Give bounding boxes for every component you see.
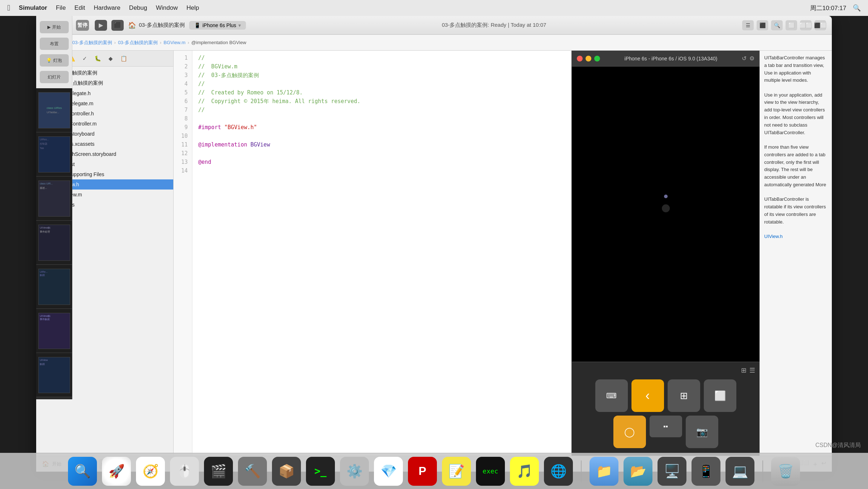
line-num-7: 7 [174, 106, 192, 114]
menu-simulator[interactable]: Simulator [19, 4, 47, 12]
sim-grid-icon[interactable]: ⊞ [741, 366, 746, 374]
dock-mouse[interactable]: 🖱️ [170, 457, 199, 486]
doc-text-4: UITabBarController is rotatable if its v… [764, 196, 827, 226]
dock-app3[interactable]: 💻 [726, 457, 754, 486]
slides-btn[interactable]: 幻灯片 [40, 71, 69, 83]
sim-btn-row-2: ◯ ▪▪ 📷 [576, 416, 755, 448]
bc-item-2[interactable]: 03-多点触摸的案例 [118, 39, 158, 46]
sim-apps-btn[interactable]: ⊞ [668, 379, 700, 412]
code-lines[interactable]: // // BGView.m // 03-多点触摸的案例 // // Creat… [192, 51, 571, 456]
layout-btn[interactable]: 布置 [40, 38, 69, 50]
layout-btn3[interactable]: ⬛⬜ [814, 20, 826, 30]
nav-breakpoint-icon[interactable]: ◆ [106, 54, 116, 63]
code-line-11: @implementation BGView [198, 140, 566, 149]
title-bar-controls: ☰ ⬛ 🔍 ⬜ ⬜⬜ ⬛⬜ [742, 20, 826, 30]
sim-home-btn[interactable]: ⬜ [704, 379, 736, 412]
start-icon: ▶ [47, 25, 51, 30]
sim-btn-row-1: ⌨ ‹ ⊞ ⬜ [576, 379, 755, 412]
stop-button[interactable]: 暂停 [76, 20, 89, 31]
thumb-2[interactable]: UIRes... 控制器 Tab [36, 132, 72, 177]
sim-rotate-icon[interactable]: ↺ [742, 55, 746, 62]
dock-app1[interactable]: 🖥️ [658, 457, 686, 486]
code-line-8 [198, 114, 566, 123]
watermark: CSDN@清风清局 [815, 442, 861, 449]
code-line-12 [198, 149, 566, 158]
menubar-time: 周二10:07:17 [810, 4, 846, 12]
layout-btn2[interactable]: ⬜⬜ [800, 20, 812, 30]
search-icon[interactable]: 🔍 [853, 4, 861, 12]
thumb-6[interactable]: UIView触 事件触发 [36, 309, 72, 353]
menu-debug[interactable]: Debug [129, 4, 147, 12]
bulb-btn[interactable]: 💡 灯泡 [40, 54, 69, 67]
simulator-controls: ⊞ ☰ ⌨ ‹ ⊞ ⬜ ◯ ▪▪ 📷 [572, 362, 760, 456]
menu-help[interactable]: Help [186, 4, 199, 12]
dock-pkg[interactable]: 📦 [272, 457, 301, 486]
sim-settings-icon[interactable]: ⚙ [749, 55, 754, 62]
doc-text-1: UITabBarController manages a tab bar and… [764, 54, 827, 84]
dock-launchpad[interactable]: 🚀 [102, 457, 131, 486]
menu-file[interactable]: File [56, 4, 65, 12]
run-button[interactable]: ▶ [95, 20, 107, 31]
menu-window[interactable]: Window [156, 4, 178, 12]
cursor-indicator [662, 204, 670, 212]
simulator-screen[interactable] [572, 67, 760, 362]
dock-sysprefs[interactable]: ⚙️ [340, 457, 369, 486]
sim-maximize-btn[interactable] [594, 56, 600, 61]
dock-notes[interactable]: 📝 [442, 457, 471, 486]
sim-keyboard-btn[interactable]: ⌨ [595, 379, 628, 412]
sim-close-btn[interactable] [577, 56, 583, 61]
dock-folder1[interactable]: 📁 [590, 457, 618, 486]
sim-list-icon[interactable]: ☰ [749, 366, 755, 374]
dock-safari[interactable]: 🧭 [136, 457, 165, 486]
dock-trash[interactable]: 🗑️ [771, 457, 800, 486]
layout-btn1[interactable]: ⬜ [786, 20, 797, 30]
dock-sketch[interactable]: 💎 [374, 457, 403, 486]
bc-item-1[interactable]: 03-多点触摸的案例 [72, 39, 112, 46]
thumb-1[interactable]: class UlRes UITabBar... [36, 88, 72, 132]
title-project: 🏠 03-多点触摸的案例 [128, 21, 185, 29]
code-line-2: // BGView.m [198, 62, 566, 71]
sim-touch-btn[interactable]: ◯ [613, 416, 646, 448]
navigator-toggle[interactable]: ☰ [742, 20, 754, 30]
thumb-7[interactable]: UIView 触摸 [36, 353, 72, 397]
bc-item-3[interactable]: BGView.m [163, 40, 185, 45]
code-editor[interactable]: 1 2 3 4 5 6 7 8 9 10 11 12 13 14 // [174, 51, 571, 456]
dock-finder[interactable]: 🔍 [68, 457, 97, 486]
dock-video[interactable]: 🎬 [204, 457, 233, 486]
build-button[interactable]: ⬛ [111, 20, 124, 31]
line-num-8: 8 [174, 114, 192, 123]
line-num-13: 13 [174, 158, 192, 166]
sim-minimize-btn[interactable] [586, 56, 591, 61]
inspector-toggle[interactable]: 🔍 [771, 20, 783, 30]
bc-sep-1: › [114, 40, 116, 45]
code-line-4: // [198, 80, 566, 88]
dock-browser[interactable]: 🌐 [544, 457, 573, 486]
start-btn[interactable]: ▶ 开始 [40, 21, 69, 33]
sim-camera-btn[interactable]: 📷 [686, 416, 718, 448]
thumb-4[interactable]: UIView触 事件处理 [36, 221, 72, 265]
sim-vol-up-btn[interactable]: ▪▪ [650, 416, 682, 437]
breadcrumb: 03-多点触摸的案例 › 03-多点触摸的案例 › BGView.m › @im… [72, 39, 246, 46]
debug-toggle[interactable]: ⬛ [757, 20, 768, 30]
line-num-1: 1 [174, 54, 192, 62]
dock-music[interactable]: 🎵 [510, 457, 539, 486]
doc-link[interactable]: UIView.h [764, 234, 783, 239]
menu-edit[interactable]: Edit [75, 4, 85, 12]
dock-ppt[interactable]: P [408, 457, 437, 486]
dock-folder2[interactable]: 📂 [624, 457, 652, 486]
dock-terminal[interactable]: >_ [306, 457, 335, 486]
nav-test-icon[interactable]: ✓ [80, 54, 90, 63]
scheme-selector[interactable]: 📱 iPhone 6s Plus ▾ [189, 21, 246, 30]
simulator-header: iPhone 6s - iPhone 6s / iOS 9.0 (13A340)… [572, 51, 760, 67]
bc-item-4[interactable]: @implementation BGView [191, 40, 246, 45]
nav-report-icon[interactable]: 📋 [119, 54, 129, 63]
sim-back-btn[interactable]: ‹ [631, 379, 664, 412]
thumb-5[interactable]: UIRe... 触摸 [36, 265, 72, 309]
dock-app2[interactable]: 📱 [692, 457, 720, 486]
thumb-3[interactable]: class UIR... 描述... [36, 177, 72, 221]
nav-debug-icon[interactable]: 🐛 [93, 54, 103, 63]
menu-hardware[interactable]: Hardware [94, 4, 120, 12]
dock-exec[interactable]: exec [476, 457, 505, 486]
dock-tools[interactable]: 🔨 [238, 457, 267, 486]
apple-menu[interactable]:  [7, 3, 10, 13]
